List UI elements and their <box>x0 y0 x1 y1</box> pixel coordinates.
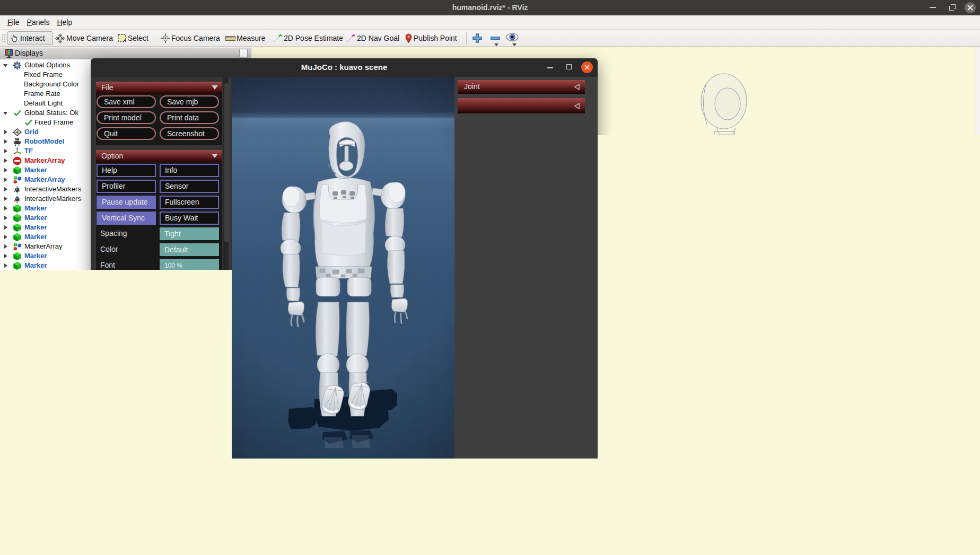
svg-text:base_link: base_link <box>681 246 736 260</box>
